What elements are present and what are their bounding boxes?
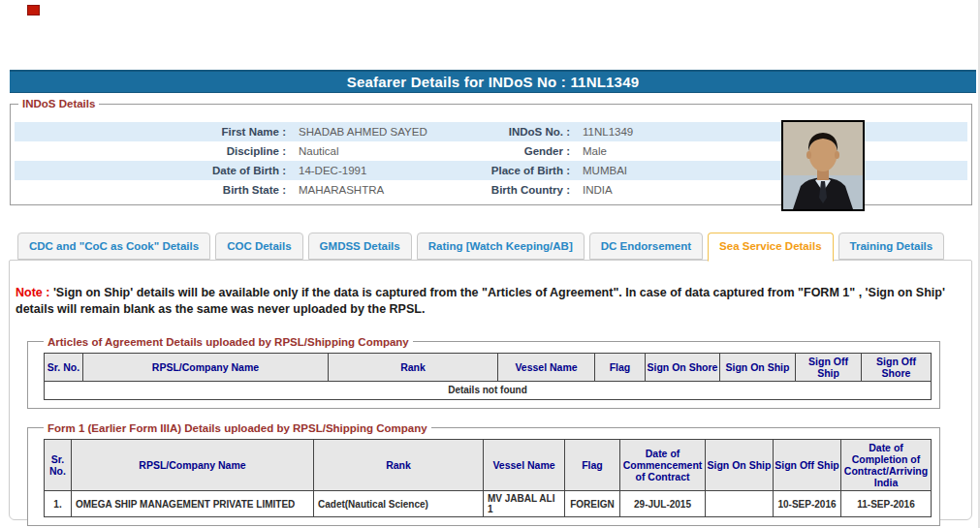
col-date-of-completion: Date of Completion of Contract/Arriving …	[841, 439, 932, 490]
note-text: Note : 'Sign on Ship' details will be av…	[16, 285, 964, 318]
seafarer-photo	[781, 120, 865, 211]
field-value: 11NL1349	[575, 122, 967, 141]
col-rpsl-company-name: RPSL/Company Name	[72, 439, 314, 490]
form1-section: Form 1 (Earlier Form IIIA) Details uploa…	[27, 422, 940, 526]
note-body: 'Sign on Ship' details will be available…	[16, 286, 945, 316]
details-not-found-message: Details not found	[45, 381, 932, 399]
cell-date-completion: 11-SEP-2016	[841, 491, 932, 517]
broken-image-icon	[27, 5, 40, 16]
field-value: MUMBAI	[575, 161, 967, 180]
col-sr-no: Sr. No.	[45, 353, 83, 381]
form1-legend: Form 1 (Earlier Form IIIA) Details uploa…	[44, 422, 431, 434]
col-rpsl-company-name: RPSL/Company Name	[83, 353, 329, 381]
tab-cdc-coc-cook-details[interactable]: CDC and "CoC as Cook" Details	[17, 233, 210, 260]
form1-data-row: 1. OMEGA SHIP MANAGEMENT PRIVATE LIMITED…	[45, 491, 932, 517]
cell-sr-no: 1.	[45, 491, 72, 517]
cell-date-commencement: 29-JUL-2015	[620, 491, 706, 517]
tab-coc-details[interactable]: COC Details	[215, 233, 302, 260]
articles-legend: Articles of Agreement Details uploaded b…	[44, 336, 413, 348]
cell-rank: Cadet(Nautical Science)	[314, 491, 484, 517]
tab-sea-service-details[interactable]: Sea Service Details	[708, 233, 834, 262]
col-sign-off-shore: Sign Off Shore	[862, 353, 932, 381]
col-vessel-name: Vessel Name	[498, 353, 595, 381]
col-rank: Rank	[314, 439, 484, 490]
tab-rating-watch-keeping-ab[interactable]: Rating [Watch Keeping/AB]	[417, 233, 585, 260]
cell-vessel-name: MV JABAL ALI 1	[484, 491, 565, 517]
col-sign-off-ship: Sign Off Ship	[796, 353, 862, 381]
tab-training-details[interactable]: Training Details	[838, 233, 945, 260]
field-label: Place of Birth :	[431, 161, 575, 180]
form1-header-row: Sr. No. RPSL/Company Name Rank Vessel Na…	[45, 439, 932, 490]
note-prefix: Note :	[16, 286, 49, 299]
col-flag: Flag	[565, 439, 620, 490]
field-label: Birth Country :	[431, 180, 575, 200]
col-date-of-commencement: Date of Commencement of Contract	[620, 439, 706, 490]
field-label: Discipline :	[15, 141, 291, 161]
articles-table: Sr. No. RPSL/Company Name Rank Vessel Na…	[44, 353, 932, 400]
field-value: SHADAB AHMED SAYED	[291, 122, 431, 141]
field-label: INDoS No. :	[431, 122, 575, 141]
field-value: Male	[575, 141, 967, 161]
col-sign-on-shore: Sign On Shore	[646, 353, 720, 381]
indos-details-section: INDoS Details First Name : SHADAB AHMED …	[10, 98, 972, 205]
col-sign-on-ship: Sign On Ship	[720, 353, 796, 381]
col-rank: Rank	[329, 353, 498, 381]
cell-sign-on-ship	[706, 491, 774, 517]
field-label: Birth State :	[15, 180, 291, 200]
articles-header-row: Sr. No. RPSL/Company Name Rank Vessel Na…	[45, 353, 932, 381]
page-title: Seafarer Details for INDoS No : 11NL1349	[10, 70, 976, 93]
field-value: 14-DEC-1991	[291, 161, 431, 180]
col-sign-on-ship: Sign On Ship	[706, 439, 774, 490]
col-sr-no: Sr. No.	[45, 439, 72, 490]
cell-company-name: OMEGA SHIP MANAGEMENT PRIVATE LIMITED	[72, 491, 314, 517]
page: Seafarer Details for INDoS No : 11NL1349…	[0, 0, 980, 528]
cell-flag: FOREIGN	[565, 491, 620, 517]
col-flag: Flag	[595, 353, 646, 381]
form1-table: Sr. No. RPSL/Company Name Rank Vessel Na…	[44, 439, 932, 517]
col-vessel-name: Vessel Name	[484, 439, 565, 490]
field-value: MAHARASHTRA	[291, 180, 431, 200]
tab-gmdss-details[interactable]: GMDSS Details	[308, 233, 412, 260]
tab-bar: CDC and "CoC as Cook" Details COC Detail…	[17, 233, 944, 261]
field-label: Gender :	[431, 141, 575, 161]
articles-of-agreement-section: Articles of Agreement Details uploaded b…	[27, 336, 940, 409]
tab-content-panel: Note : 'Sign on Ship' details will be av…	[9, 260, 972, 520]
col-sign-off-ship: Sign Off Ship	[774, 439, 841, 490]
field-label: Date of Birth :	[15, 161, 291, 180]
seafarer-photo-image	[783, 122, 863, 209]
field-value: Nautical	[291, 141, 431, 161]
field-label: First Name :	[15, 122, 291, 141]
indos-details-legend: INDoS Details	[18, 98, 99, 109]
cell-sign-off-ship: 10-SEP-2016	[774, 491, 841, 517]
field-value: INDIA	[575, 180, 967, 200]
tab-dc-endorsement[interactable]: DC Endorsement	[589, 233, 703, 260]
articles-empty-row: Details not found	[45, 381, 932, 399]
